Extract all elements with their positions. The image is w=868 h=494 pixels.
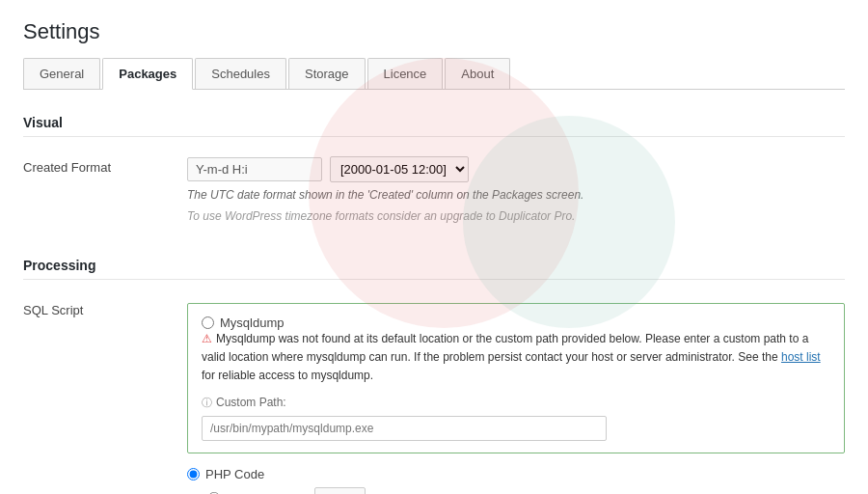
tabs-bar: General Packages Schedules Storage Licen… (23, 58, 845, 90)
date-format-text: Y-m-d H:i (187, 157, 322, 181)
tab-schedules[interactable]: Schedules (195, 58, 286, 89)
query-limit-label-wrap: ⓘ Query Limit Size (208, 490, 309, 494)
custom-path-label-wrap: ⓘ Custom Path: (202, 396, 830, 410)
created-format-row: Created Format Y-m-d H:i [2000-01-05 12:… (23, 152, 845, 229)
php-code-label: PHP Code (205, 467, 264, 481)
visual-heading: Visual (23, 109, 845, 137)
sql-script-content: Mysqldump ⚠Mysqldump was not found at it… (187, 299, 845, 494)
tab-storage[interactable]: Storage (288, 58, 366, 89)
settings-page: Settings General Packages Schedules Stor… (0, 0, 868, 494)
sql-script-row: SQL Script Mysqldump ⚠Mysqldump was not … (23, 295, 845, 494)
tab-about[interactable]: About (445, 58, 510, 89)
mysqldump-option: Mysqldump ⚠Mysqldump was not found at it… (187, 303, 845, 453)
host-list-link[interactable]: host list (781, 350, 821, 364)
created-format-help1: The UTC date format shown in the 'Create… (187, 186, 845, 204)
date-format-select[interactable]: [2000-01-05 12:00] (330, 156, 469, 182)
tab-licence[interactable]: Licence (367, 58, 444, 89)
created-format-label: Created Format (23, 156, 187, 175)
visual-section: Visual Created Format Y-m-d H:i [2000-01… (23, 109, 845, 229)
warning-end-text: for reliable access to mysqldump. (202, 369, 373, 382)
query-limit-select[interactable]: 100 200 500 (314, 487, 366, 494)
php-code-radio[interactable] (187, 468, 200, 480)
processing-section: Processing SQL Script Mysqldump ⚠Mysqldu… (23, 252, 845, 494)
mysqldump-radio-label[interactable]: Mysqldump (202, 316, 830, 330)
sql-script-label: SQL Script (23, 299, 187, 317)
page-title: Settings (23, 19, 845, 44)
created-format-content: Y-m-d H:i [2000-01-05 12:00] The UTC dat… (187, 156, 845, 225)
query-limit-info-icon: ⓘ (208, 490, 220, 494)
warning-icon: ⚠ (202, 332, 212, 345)
tab-packages[interactable]: Packages (102, 58, 193, 90)
info-icon: ⓘ (202, 396, 212, 410)
php-code-section: PHP Code ⓘ Query Limit Size 100 200 500 (187, 467, 845, 494)
custom-path-label-text: Custom Path: (216, 396, 286, 409)
tab-general[interactable]: General (23, 58, 100, 89)
custom-path-input[interactable] (202, 416, 607, 441)
mysqldump-radio[interactable] (202, 316, 214, 329)
mysqldump-label: Mysqldump (220, 316, 284, 330)
date-select-wrap: Y-m-d H:i [2000-01-05 12:00] (187, 156, 845, 182)
created-format-help2: To use WordPress timezone formats consid… (187, 207, 845, 225)
php-code-radio-label[interactable]: PHP Code (187, 467, 845, 481)
mysqldump-warning: ⚠Mysqldump was not found at its default … (202, 330, 830, 386)
query-limit-row: ⓘ Query Limit Size 100 200 500 (208, 487, 845, 494)
processing-heading: Processing (23, 252, 845, 280)
